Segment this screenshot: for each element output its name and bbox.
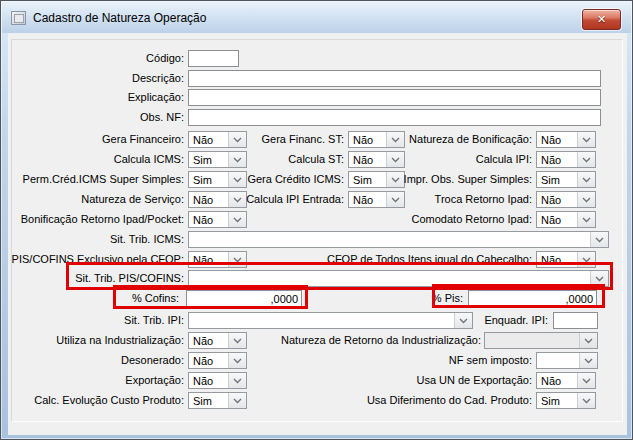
perc-cofins-input[interactable] — [186, 290, 302, 307]
chevron-down-icon[interactable] — [577, 212, 595, 227]
natureza-servico-label: Natureza de Serviço: — [81, 193, 184, 205]
app-icon — [11, 11, 26, 25]
exportacao-select[interactable]: Não — [188, 372, 247, 389]
chevron-down-icon[interactable] — [577, 192, 595, 207]
chevron-down-icon[interactable] — [577, 152, 595, 167]
explicacao-input[interactable] — [188, 89, 601, 106]
comodato-retorno-select[interactable]: Não — [536, 211, 596, 228]
combo-value: Não — [193, 335, 213, 347]
natureza-retorno-industrializacao-select[interactable] — [484, 332, 598, 349]
chevron-down-icon[interactable] — [577, 132, 595, 147]
comodato-retorno-label: Comodato Retorno Ipad: — [412, 213, 532, 225]
calcula-ipi-entrada-label: Calcula IPI Entrada: — [246, 193, 344, 205]
desonerado-select[interactable]: Não — [188, 352, 247, 369]
sit-trib-icms-select[interactable] — [188, 231, 609, 248]
combo-value: Não — [193, 214, 213, 226]
calcula-icms-label: Calcula ICMS: — [114, 153, 184, 165]
chevron-down-icon[interactable] — [579, 353, 597, 368]
exportacao-label: Exportação: — [125, 374, 184, 386]
row-desonerado: Desonerado: Não NF sem imposto: — [1, 352, 633, 369]
row-calc-evolucao: Calc. Evolução Custo Produto: Sim Usa Di… — [1, 392, 633, 409]
combo-value: Não — [541, 214, 561, 226]
row-perm-cred: Perm.Créd.ICMS Super Simples: Sim Gera C… — [1, 171, 633, 188]
row-percentuais: % Cofins: % Pis: — [1, 290, 633, 307]
chevron-down-icon[interactable] — [228, 192, 246, 207]
combo-value: Sim — [193, 174, 212, 186]
utiliza-industrializacao-select[interactable]: Não — [188, 332, 247, 349]
row-natureza-servico: Natureza de Serviço: Não Calcula IPI Ent… — [1, 191, 633, 208]
descricao-input[interactable] — [188, 70, 601, 87]
calc-evolucao-custo-label: Calc. Evolução Custo Produto: — [34, 394, 184, 406]
calcula-icms-select[interactable]: Sim — [188, 151, 247, 168]
combo-value: Não — [541, 154, 561, 166]
calcula-ipi-entrada-select[interactable]: Não — [348, 191, 405, 208]
codigo-input[interactable] — [188, 50, 239, 67]
combo-value: Não — [353, 134, 373, 146]
gera-financeiro-select[interactable]: Não — [188, 131, 247, 148]
chevron-down-icon[interactable] — [386, 192, 404, 207]
combo-value: Não — [541, 134, 561, 146]
perc-pis-input[interactable] — [468, 290, 597, 307]
gera-financ-st-select[interactable]: Não — [348, 131, 405, 148]
chevron-down-icon[interactable] — [228, 152, 246, 167]
row-calcula-icms: Calcula ICMS: Sim Calcula ST: Não Calcul… — [1, 151, 633, 168]
row-explicacao: Explicação: — [1, 89, 633, 106]
chevron-down-icon[interactable] — [228, 353, 246, 368]
combo-value: Sim — [541, 395, 560, 407]
combo-value: Não — [193, 254, 213, 266]
impr-obs-super-select[interactable]: Sim — [536, 171, 596, 188]
usa-un-exportacao-select[interactable]: Não — [536, 372, 596, 389]
chevron-down-icon[interactable] — [577, 373, 595, 388]
row-bonificacao-retorno: Bonificação Retorno Ipad/Pocket: Não Com… — [1, 211, 633, 228]
enquadr-ipi-input[interactable] — [553, 312, 598, 329]
cfop-todos-itens-select[interactable]: Não — [536, 251, 596, 268]
chevron-down-icon[interactable] — [228, 373, 246, 388]
chevron-down-icon[interactable] — [386, 132, 404, 147]
chevron-down-icon[interactable] — [228, 172, 246, 187]
row-utiliza-industrializacao: Utiliza na Industrialização: Não Naturez… — [1, 332, 633, 349]
usa-diferimento-select[interactable]: Sim — [536, 392, 596, 409]
calc-evolucao-custo-select[interactable]: Sim — [188, 392, 247, 409]
bonificacao-retorno-select[interactable]: Não — [188, 211, 247, 228]
sit-trib-pis-cofins-label: Sit. Trib. PIS/COFINS: — [75, 272, 184, 284]
chevron-down-icon[interactable] — [590, 271, 608, 286]
combo-value: Não — [353, 154, 373, 166]
chevron-down-icon[interactable] — [590, 232, 608, 247]
natureza-bonificacao-select[interactable]: Não — [536, 131, 596, 148]
troca-retorno-ipad-select[interactable]: Não — [536, 191, 596, 208]
chevron-down-icon[interactable] — [386, 172, 404, 187]
gera-credito-icms-label: Gera Crédito ICMS: — [247, 173, 344, 185]
combo-value: Não — [193, 194, 213, 206]
obs-nf-input[interactable] — [188, 109, 601, 126]
descricao-label: Descrição: — [132, 72, 184, 84]
chevron-down-icon[interactable] — [577, 393, 595, 408]
title-bar[interactable]: Cadastro de Natureza Operação ✕ — [2, 2, 631, 33]
sit-trib-ipi-select[interactable] — [188, 312, 473, 329]
chevron-down-icon[interactable] — [579, 333, 597, 348]
combo-value: Não — [541, 194, 561, 206]
natureza-servico-select[interactable]: Não — [188, 191, 247, 208]
chevron-down-icon[interactable] — [228, 393, 246, 408]
row-pis-cofins-exclusivo: PIS/COFINS Exclusivo pela CFOP: Não CFOP… — [1, 251, 633, 268]
chevron-down-icon[interactable] — [228, 252, 246, 267]
chevron-down-icon[interactable] — [386, 152, 404, 167]
gera-credito-icms-select[interactable]: Sim — [348, 171, 405, 188]
usa-diferimento-label: Usa Diferimento do Cad. Produto: — [367, 394, 532, 406]
chevron-down-icon[interactable] — [577, 252, 595, 267]
calcula-ipi-select[interactable]: Não — [536, 151, 596, 168]
chevron-down-icon[interactable] — [228, 132, 246, 147]
row-sit-trib-icms: Sit. Trib. ICMS: — [1, 231, 633, 248]
pis-cofins-exclusivo-label: PIS/COFINS Exclusivo pela CFOP: — [12, 253, 184, 265]
calcula-st-select[interactable]: Não — [348, 151, 405, 168]
pis-cofins-exclusivo-select[interactable]: Não — [188, 251, 247, 268]
chevron-down-icon[interactable] — [454, 313, 472, 328]
sit-trib-pis-cofins-select[interactable] — [188, 270, 609, 287]
chevron-down-icon[interactable] — [577, 172, 595, 187]
perm-cred-icms-select[interactable]: Sim — [188, 171, 247, 188]
combo-value: Não — [353, 194, 373, 206]
close-button[interactable]: ✕ — [582, 9, 621, 30]
chevron-down-icon[interactable] — [228, 212, 246, 227]
chevron-down-icon[interactable] — [228, 333, 246, 348]
perc-cofins-label: % Cofins: — [132, 292, 179, 304]
nf-sem-imposto-select[interactable] — [536, 352, 598, 369]
